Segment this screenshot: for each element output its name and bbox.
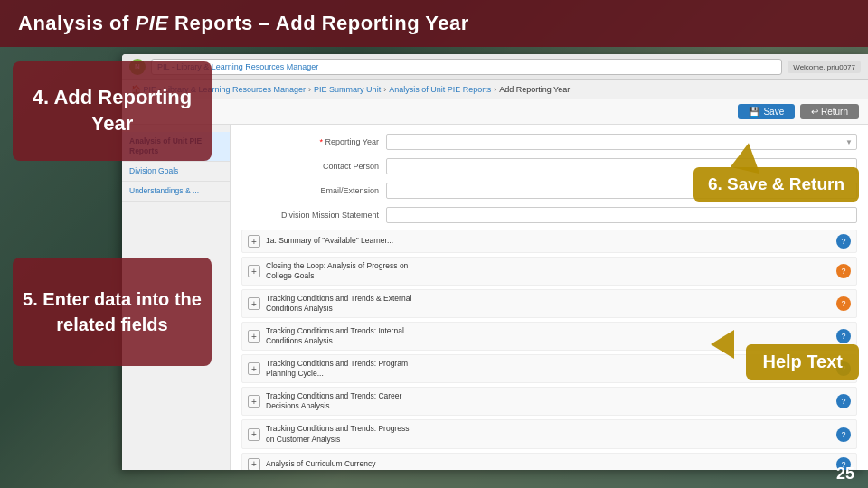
breadcrumb: 🏠 PIE - Library & Learning Resources Man… <box>122 80 868 99</box>
section-icon-closing: ? <box>836 264 851 278</box>
section-row-curriculum[interactable]: + Analysis of Curriculum Currency ? <box>241 453 857 470</box>
section-label-tracking-career: Tracking Conditions and Trends: CareerDe… <box>266 391 831 411</box>
section-label-tracking-cust: Tracking Conditions and Trends: Progress… <box>266 424 831 444</box>
page-title: Analysis of PIE Reports – Add Reporting … <box>18 12 469 35</box>
section-label-closing: Closing the Loop: Analysis of Progress o… <box>266 261 831 281</box>
expand-icon-1a[interactable]: + <box>248 235 260 248</box>
division-mission-field[interactable] <box>386 207 857 223</box>
division-mission-row: Division Mission Statement <box>241 205 857 225</box>
expand-icon-closing[interactable]: + <box>248 265 260 277</box>
section-label-1a: 1a. Summary of "Available" Learner... <box>266 236 831 246</box>
breadcrumb-item-3[interactable]: Analysis of Unit PIE Reports <box>389 85 491 94</box>
expand-icon-tracking-ext[interactable]: + <box>248 297 260 310</box>
step6-callout: 6. Save & Return <box>693 167 859 202</box>
step5-text: 5. Enter data into the related fields <box>13 286 212 337</box>
section-icon-1a: ? <box>836 234 851 249</box>
user-info: Welcome, priu0077 <box>788 61 861 73</box>
help-text-label: Help Text <box>762 352 843 371</box>
section-row-tracking-customer[interactable]: + Tracking Conditions and Trends: Progre… <box>241 419 857 448</box>
reporting-year-row: Reporting Year <box>241 132 857 152</box>
section-label-tracking-int: Tracking Conditions and Trends: Internal… <box>266 326 831 346</box>
breadcrumb-item-4: Add Reporting Year <box>499 85 570 94</box>
title-bar: Analysis of PIE Reports – Add Reporting … <box>0 0 868 47</box>
section-row-closing-loop[interactable]: + Closing the Loop: Analysis of Progress… <box>241 257 857 286</box>
helptext-arrow <box>711 330 734 359</box>
expand-icon-tracking-cust[interactable]: + <box>248 428 260 441</box>
section-icon-tracking-career: ? <box>836 394 851 408</box>
section-row-tracking-career[interactable]: + Tracking Conditions and Trends: Career… <box>241 387 857 416</box>
contact-person-label: Contact Person <box>241 162 386 171</box>
sidebar-item-division-goals[interactable]: Division Goals <box>122 162 230 182</box>
step6-text: 6. Save & Return <box>708 174 844 193</box>
section-row-tracking-external[interactable]: + Tracking Conditions and Trends & Exter… <box>241 289 857 318</box>
browser-url-bar[interactable]: PIL - Library & Learning Resources Manag… <box>151 59 782 75</box>
browser-chrome: N PIL - Library & Learning Resources Man… <box>122 54 868 80</box>
reporting-year-label: Reporting Year <box>241 137 386 146</box>
section-row-1a[interactable]: + 1a. Summary of "Available" Learner... … <box>241 230 857 253</box>
page-number: 25 <box>836 465 854 483</box>
app-window: N PIL - Library & Learning Resources Man… <box>122 54 868 470</box>
section-icon-tracking-ext: ? <box>836 296 851 311</box>
expand-icon-tracking-prog[interactable]: + <box>248 362 260 375</box>
expand-icon-tracking-career[interactable]: + <box>248 395 260 408</box>
division-mission-label: Division Mission Statement <box>241 211 386 220</box>
breadcrumb-item-2[interactable]: PIE Summary Unit <box>314 85 381 94</box>
sidebar-item-understandings[interactable]: Understandings & ... <box>122 182 230 202</box>
step5-callout: 5. Enter data into the related fields <box>13 258 212 366</box>
return-button[interactable]: ↩ Return <box>800 104 859 119</box>
expand-icon-tracking-int[interactable]: + <box>248 330 260 343</box>
section-icon-tracking-int: ? <box>836 329 851 343</box>
section-icon-tracking-cust: ? <box>836 427 851 442</box>
reporting-year-field[interactable] <box>386 134 857 150</box>
save-icon: 💾 <box>749 107 760 117</box>
expand-icon-curriculum[interactable]: + <box>248 458 260 470</box>
toolbar: 💾 Save ↩ Return <box>122 99 868 125</box>
save-button[interactable]: 💾 Save <box>738 104 795 119</box>
section-label-curriculum: Analysis of Curriculum Currency <box>266 459 831 469</box>
email-extension-label: Email/Extension <box>241 186 386 195</box>
step4-text: 4. Add Reporting Year <box>13 85 212 136</box>
help-text-callout: Help Text <box>746 344 859 380</box>
section-label-tracking-ext: Tracking Conditions and Trends & Externa… <box>266 294 831 314</box>
step4-callout: 4. Add Reporting Year <box>13 61 212 161</box>
